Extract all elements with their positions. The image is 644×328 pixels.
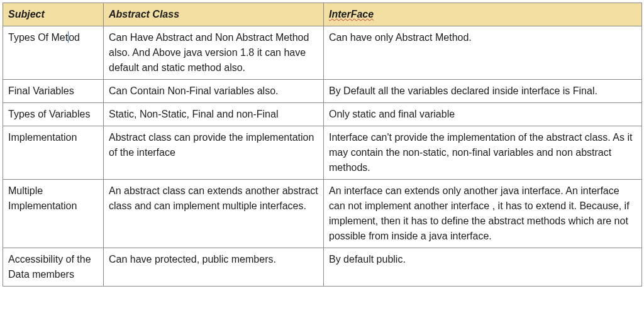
cell-subject[interactable]: Final Variables bbox=[3, 80, 104, 103]
cell-abstract-class[interactable]: Static, Non-Static, Final and non-Final bbox=[104, 103, 324, 126]
table-row: Final Variables Can Contain Non-Final va… bbox=[3, 80, 642, 103]
cell-abstract-class[interactable]: Can Have Abstract and Non Abstract Metho… bbox=[104, 26, 324, 80]
cell-subject[interactable]: Types Of Metod bbox=[3, 26, 104, 80]
comparison-table: Subject Abstract Class InterFace Types O… bbox=[3, 3, 642, 287]
header-interface: InterFace bbox=[324, 3, 642, 26]
cell-abstract-class[interactable]: An abstract class can extends another ab… bbox=[104, 180, 324, 248]
table-header-row: Subject Abstract Class InterFace bbox=[3, 3, 642, 26]
table-row: Accessibility of the Data members Can ha… bbox=[3, 248, 642, 287]
cell-subject[interactable]: Implementation bbox=[3, 126, 104, 180]
table-row: Types Of Metod Can Have Abstract and Non… bbox=[3, 26, 642, 80]
cell-interface[interactable]: An interface can extends only another ja… bbox=[324, 180, 642, 248]
cell-interface[interactable]: By default public. bbox=[324, 248, 642, 287]
table-row: Types of Variables Static, Non-Static, F… bbox=[3, 103, 642, 126]
cell-interface[interactable]: Can have only Abstract Method. bbox=[324, 26, 642, 80]
cell-interface[interactable]: By Default all the variables declared in… bbox=[324, 80, 642, 103]
cell-subject[interactable]: Types of Variables bbox=[3, 103, 104, 126]
cell-interface[interactable]: Only static and final variable bbox=[324, 103, 642, 126]
table-row: Implementation Abstract class can provid… bbox=[3, 126, 642, 180]
header-abstract-class: Abstract Class bbox=[104, 3, 324, 26]
cell-interface[interactable]: Interface can't provide the implementati… bbox=[324, 126, 642, 180]
cell-subject[interactable]: Multiple Implementation bbox=[3, 180, 104, 248]
cell-abstract-class[interactable]: Can Contain Non-Final variables also. bbox=[104, 80, 324, 103]
cell-abstract-class[interactable]: Abstract class can provide the implement… bbox=[104, 126, 324, 180]
table-row: Multiple Implementation An abstract clas… bbox=[3, 180, 642, 248]
header-subject: Subject bbox=[3, 3, 104, 26]
cell-subject[interactable]: Accessibility of the Data members bbox=[3, 248, 104, 287]
cell-abstract-class[interactable]: Can have protected, public members. bbox=[104, 248, 324, 287]
